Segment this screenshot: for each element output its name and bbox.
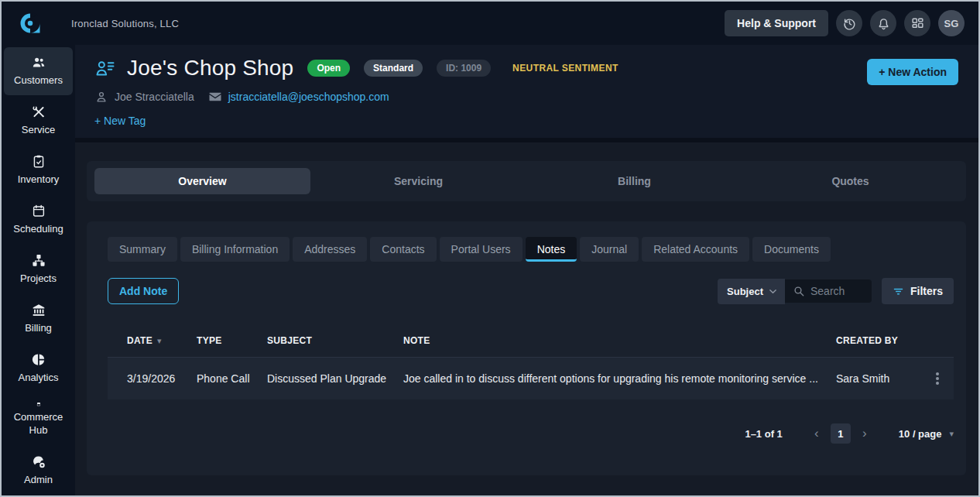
sidebar-item-label: Inventory — [18, 173, 59, 187]
sidebar-item-billing[interactable]: Billing — [4, 295, 73, 343]
filters-button[interactable]: Filters — [882, 278, 954, 304]
top-bar: Ironclad Solutions, LLC Help & Support S… — [2, 2, 978, 45]
subtab-summary[interactable]: Summary — [108, 237, 177, 262]
user-avatar[interactable]: SG — [938, 10, 965, 36]
person-icon — [94, 90, 108, 104]
sidebar-item-projects[interactable]: Projects — [4, 245, 73, 293]
sidebar-item-label: Commerce Hub — [5, 411, 71, 437]
sidebar-item-label: Admin — [24, 474, 53, 487]
primary-tabbar: Overview Servicing Billing Quotes — [87, 161, 966, 201]
subtab-related-accounts[interactable]: Related Accounts — [642, 237, 749, 262]
sidebar-item-admin[interactable]: Admin — [4, 447, 73, 495]
subtab-addresses[interactable]: Addresses — [293, 237, 367, 262]
sidebar-item-label: Projects — [20, 272, 57, 286]
tab-servicing[interactable]: Servicing — [310, 168, 526, 194]
search-input[interactable] — [810, 285, 865, 297]
next-page-button[interactable]: › — [851, 426, 879, 441]
previous-page-button[interactable]: ‹ — [803, 426, 831, 441]
email-icon — [208, 90, 222, 104]
projects-sitemap-icon — [30, 253, 47, 268]
subtab-journal[interactable]: Journal — [580, 237, 639, 262]
search-category-dropdown[interactable]: Subject — [718, 279, 785, 304]
company-logo-icon — [19, 12, 42, 35]
topbar-actions: Help & Support SG — [725, 10, 965, 36]
notes-controls: Add Note Subject — [108, 278, 954, 304]
analytics-pie-icon — [30, 352, 47, 367]
pagination-range: 1–1 of 1 — [745, 428, 782, 440]
scheduling-calendar-icon — [30, 204, 47, 218]
status-badge: Open — [307, 60, 350, 77]
commerce-storefront-icon — [30, 402, 47, 406]
cell-created-by: Sara Smith — [836, 372, 921, 385]
inventory-clipboard-icon — [30, 154, 47, 169]
new-tag-link[interactable]: + New Tag — [94, 115, 146, 127]
sidebar-item-customers[interactable]: Customers — [4, 47, 73, 95]
column-header-subject: SUBJECT — [267, 335, 403, 346]
sidebar-nav: Customers Service Inventory — [2, 45, 75, 495]
sidebar-item-label: Customers — [14, 74, 63, 87]
app-window: Ironclad Solutions, LLC Help & Support S… — [0, 0, 980, 497]
current-page-button[interactable]: 1 — [831, 423, 851, 444]
bell-icon — [876, 16, 891, 31]
billing-bank-icon — [30, 303, 47, 317]
apps-button[interactable] — [904, 10, 930, 36]
sidebar-item-analytics[interactable]: Analytics — [4, 344, 73, 392]
row-actions-menu-button[interactable] — [921, 377, 954, 380]
table-row[interactable]: 3/19/2026 Phone Call Discussed Plan Upgr… — [108, 357, 954, 399]
column-header-note: NOTE — [403, 335, 836, 346]
column-header-type: TYPE — [197, 335, 267, 346]
customer-header: Joe's Chop Shop Open Standard ID: 1009 N… — [75, 45, 978, 138]
subtab-documents[interactable]: Documents — [752, 237, 831, 262]
contact-name: Joe Stracciatella — [115, 91, 194, 103]
notes-card: Summary Billing Information Addresses Co… — [87, 221, 966, 475]
column-header-created-by: CREATED BY — [836, 335, 921, 346]
notifications-button[interactable] — [870, 10, 896, 36]
id-badge: ID: 1009 — [437, 60, 491, 77]
customers-icon — [30, 55, 47, 70]
sidebar-item-label: Analytics — [18, 372, 58, 385]
page-title: Joe's Chop Shop — [127, 56, 293, 81]
service-tools-icon — [30, 105, 47, 119]
notes-table: DATE ▾ TYPE SUBJECT NOTE CREATED BY 3/19… — [108, 324, 954, 399]
page-size-dropdown[interactable]: 10 / page ▾ — [899, 428, 954, 440]
admin-user-gear-icon — [30, 454, 47, 469]
tab-quotes[interactable]: Quotes — [742, 168, 958, 194]
chevron-down-icon — [769, 287, 777, 296]
sidebar-item-label: Service — [22, 124, 55, 137]
tab-overview[interactable]: Overview — [94, 168, 310, 194]
account-details-icon — [94, 57, 116, 79]
subtab-bar: Summary Billing Information Addresses Co… — [108, 237, 954, 262]
filter-icon — [893, 286, 904, 297]
sidebar-item-commerce-hub[interactable]: Commerce Hub — [4, 394, 73, 445]
sidebar-item-label: Scheduling — [13, 223, 63, 236]
cell-note: Joe called in to discuss different optio… — [403, 372, 836, 385]
subtab-billing-information[interactable]: Billing Information — [180, 237, 290, 262]
help-support-button[interactable]: Help & Support — [725, 10, 828, 36]
subtab-portal-users[interactable]: Portal Users — [440, 237, 523, 262]
new-action-button[interactable]: + New Action — [867, 59, 958, 85]
company-name: Ironclad Solutions, LLC — [71, 18, 179, 29]
sidebar-item-inventory[interactable]: Inventory — [4, 146, 73, 194]
column-header-date[interactable]: DATE ▾ — [127, 335, 197, 346]
main-content: Overview Servicing Billing Quotes Summar… — [75, 142, 978, 495]
cell-type: Phone Call — [197, 372, 267, 385]
sidebar-item-scheduling[interactable]: Scheduling — [4, 196, 73, 244]
subtab-contacts[interactable]: Contacts — [370, 237, 436, 262]
tab-billing[interactable]: Billing — [526, 168, 742, 194]
kebab-icon — [936, 377, 939, 380]
add-note-button[interactable]: Add Note — [108, 278, 179, 304]
search-icon — [793, 285, 805, 297]
sidebar-item-label: Billing — [25, 322, 52, 335]
dropdown-arrow-icon: ▾ — [949, 429, 954, 439]
pagination: 1–1 of 1 ‹ 1 › 10 / page ▾ — [108, 423, 954, 444]
cell-subject: Discussed Plan Upgrade — [267, 372, 403, 385]
cell-date: 3/19/2026 — [127, 372, 197, 385]
sort-desc-icon[interactable]: ▾ — [157, 336, 162, 346]
contact-email-link[interactable]: jstracciatella@joeschopshop.com — [228, 91, 389, 103]
search-box — [785, 279, 872, 303]
history-icon — [842, 16, 857, 31]
subtab-notes[interactable]: Notes — [526, 237, 577, 262]
sidebar-item-service[interactable]: Service — [4, 97, 73, 145]
table-header-row: DATE ▾ TYPE SUBJECT NOTE CREATED BY — [108, 324, 954, 357]
history-button[interactable] — [836, 10, 862, 36]
